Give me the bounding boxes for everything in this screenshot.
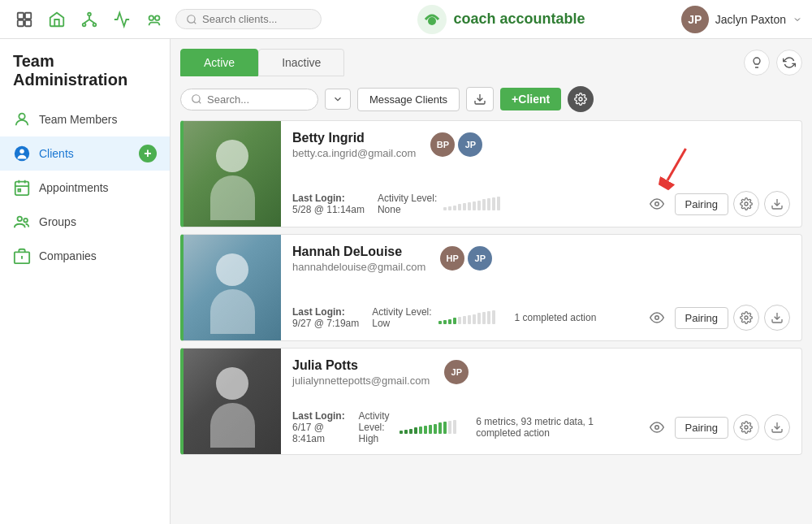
house-icon[interactable] — [42, 5, 71, 34]
last-login-value: 9/27 @ 7:19am — [292, 318, 359, 329]
svg-point-29 — [654, 316, 659, 320]
download-icon — [473, 93, 486, 106]
svg-point-32 — [654, 426, 659, 430]
clients-icon — [13, 145, 31, 162]
client-name: Betty Ingrid — [292, 131, 416, 145]
client-bottom: Last Login: 9/27 @ 7:19am Activity Level… — [292, 298, 790, 331]
eye-icon — [650, 310, 664, 325]
view-client-button[interactable] — [644, 305, 670, 331]
add-client-sidebar-button[interactable]: + — [139, 145, 157, 162]
client-photo — [184, 235, 281, 340]
svg-point-6 — [93, 23, 97, 26]
logo-area: coach accountable — [325, 5, 678, 34]
activity-bar — [492, 310, 495, 324]
client-email: julialynnettepotts@gmail.com — [292, 375, 430, 387]
refresh-button[interactable] — [776, 50, 802, 76]
activity-bar — [453, 420, 456, 434]
activity-bar — [468, 202, 471, 210]
client-search-input[interactable] — [207, 93, 304, 106]
svg-point-17 — [18, 217, 23, 222]
svg-point-4 — [88, 12, 91, 15]
svg-point-24 — [654, 202, 659, 206]
avatar: JP — [681, 6, 709, 33]
activity-level-value: High — [359, 433, 394, 444]
client-info: Hannah DeLouise hannahdelouise@gmail.com… — [281, 235, 801, 340]
activity-bar — [424, 426, 427, 434]
sidebar-item-groups[interactable]: Groups — [0, 205, 170, 239]
view-client-button[interactable] — [644, 191, 670, 217]
coach-avatar: JP — [458, 132, 482, 157]
sort-button[interactable] — [325, 89, 351, 110]
gear-icon — [740, 197, 753, 210]
last-login-value: 6/17 @ 8:41am — [292, 422, 325, 444]
client-info: Betty Ingrid betty.ca.ingrid@gmail.com B… — [281, 121, 801, 227]
sidebar-item-clients[interactable]: Clients + — [0, 136, 170, 171]
download-icon — [771, 311, 784, 324]
pairing-button[interactable]: Pairing — [675, 193, 728, 215]
lightbulb-button[interactable] — [744, 50, 770, 76]
activity-bar — [404, 430, 408, 434]
groups-label: Groups — [39, 215, 76, 228]
client-top: Betty Ingrid betty.ca.ingrid@gmail.com B… — [292, 131, 790, 159]
download-button[interactable] — [466, 87, 494, 111]
svg-point-12 — [19, 114, 24, 119]
client-avatars: HPJP — [440, 246, 492, 271]
client-avatars: JP — [444, 360, 469, 384]
client-settings-button[interactable] — [733, 414, 759, 440]
search-input[interactable] — [202, 13, 308, 25]
client-download-button[interactable] — [764, 191, 790, 217]
client-download-button[interactable] — [764, 305, 790, 331]
last-login-label: Last Login: — [292, 306, 345, 318]
eye-icon — [650, 420, 664, 435]
activity-bars — [438, 311, 495, 324]
client-settings-button[interactable] — [733, 305, 759, 331]
activity-bar — [487, 311, 490, 324]
chart-icon[interactable] — [107, 5, 136, 34]
client-photo — [184, 121, 281, 227]
sidebar-item-companies[interactable]: Companies — [0, 239, 170, 273]
message-clients-button[interactable]: Message Clients — [357, 88, 460, 111]
nav-search[interactable] — [175, 9, 322, 29]
activity-level-text: Activity Level: High — [359, 410, 394, 444]
client-list: Betty Ingrid betty.ca.ingrid@gmail.com B… — [180, 120, 802, 461]
download-icon — [771, 421, 784, 434]
app-name: coach accountable — [453, 11, 585, 28]
clients-label: Clients — [39, 147, 74, 160]
add-client-button[interactable]: +Client — [500, 88, 561, 110]
appointments-icon — [13, 179, 31, 197]
top-nav: coach accountable JP Jaclyn Paxton — [0, 0, 812, 39]
activity-level-text: Activity Level: Low — [372, 306, 431, 329]
org-chart-icon[interactable] — [75, 5, 104, 34]
activity-bar — [453, 206, 456, 210]
view-client-button[interactable] — [644, 414, 670, 440]
pairing-button[interactable]: Pairing — [675, 307, 728, 329]
client-download-button[interactable] — [764, 414, 790, 440]
client-card-betty: Betty Ingrid betty.ca.ingrid@gmail.com B… — [180, 120, 802, 227]
user-menu[interactable]: JP Jaclyn Paxton — [681, 6, 802, 33]
sidebar-item-appointments[interactable]: Appointments — [0, 171, 170, 205]
tab-inactive[interactable]: Inactive — [258, 49, 344, 76]
sidebar-item-team-members[interactable]: Team Members — [0, 102, 170, 136]
client-settings-button[interactable] — [733, 191, 759, 217]
activity-info: Activity Level: Low — [372, 306, 495, 329]
client-name: Julia Potts — [292, 358, 430, 373]
svg-rect-15 — [15, 182, 29, 196]
groups-icon — [13, 213, 31, 231]
activity-bar — [482, 199, 486, 210]
svg-point-14 — [19, 149, 24, 154]
activity-bar — [448, 319, 451, 324]
tab-active[interactable]: Active — [180, 49, 258, 76]
companies-label: Companies — [39, 249, 97, 262]
pairing-button[interactable]: Pairing — [675, 417, 728, 439]
activity-text: 1 completed action — [515, 312, 597, 323]
home-icon[interactable] — [10, 5, 39, 34]
activity-bar — [468, 315, 471, 324]
settings-gear-button[interactable] — [568, 86, 594, 112]
activity-bars — [400, 421, 456, 434]
client-search[interactable] — [180, 89, 318, 110]
companies-icon — [13, 247, 31, 265]
theater-icon[interactable] — [140, 5, 169, 34]
activity-bar — [453, 318, 456, 324]
client-top: Julia Potts julialynnettepotts@gmail.com… — [292, 358, 790, 387]
client-name-email: Hannah DeLouise hannahdelouise@gmail.com — [292, 245, 425, 273]
